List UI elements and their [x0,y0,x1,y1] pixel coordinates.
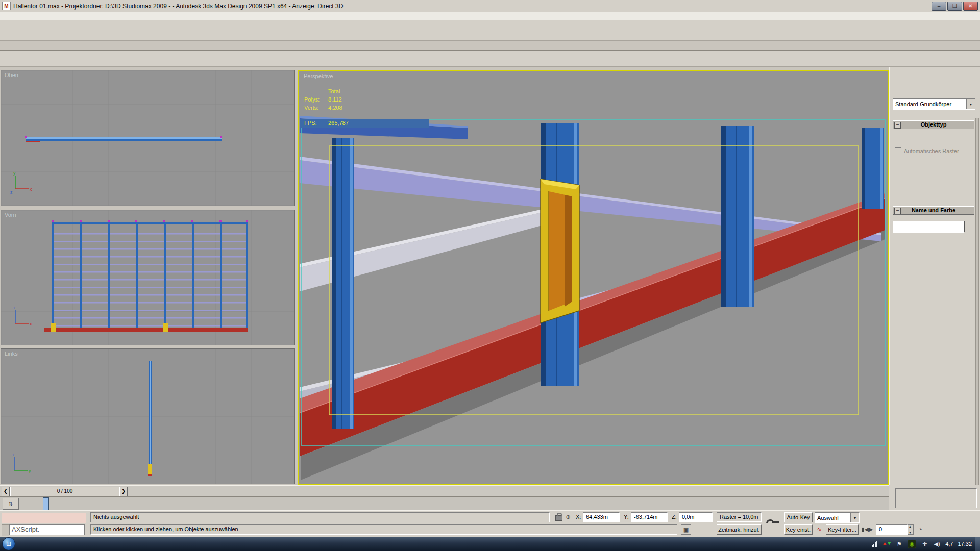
absolute-mode-icon[interactable]: ⊕ [564,512,573,521]
viewport-perspective-label: Perspektive [304,73,333,79]
start-button[interactable]: ⊞ [2,537,15,550]
usb-icon[interactable]: ✚ [921,540,928,548]
stats-fps-value: 265,787 [328,120,349,126]
minimize-button[interactable]: – [932,2,946,11]
set-key-button[interactable]: Key einst. [784,524,813,535]
stats-polys-label: Polys: [304,96,320,103]
window-title: Hallentor 01.max - Projektordner: D:\3D … [13,3,343,10]
collapse-icon[interactable]: – [894,122,901,129]
frame-spinner[interactable] [908,524,914,535]
viewport-left-label: Links [5,350,18,357]
panel-scrollbar[interactable] [975,118,979,507]
mini-curve-editor-icon[interactable]: ⇅ [3,498,19,510]
prompt-line: Klicken oder klicken und ziehen, um Obje… [90,524,677,535]
stats-polys-value: 8.112 [328,96,342,103]
steel-column[interactable] [332,138,354,429]
network-signal-icon[interactable] [870,540,878,547]
fps-highlight [300,119,429,128]
rollout-objekttyp[interactable]: – Objekttyp [893,120,974,129]
auto-key-button[interactable]: Auto-Key [784,512,813,522]
selection-set-dropdown[interactable]: Auswahl▼ [815,512,860,523]
maxscript-listener-line[interactable]: AXScript. [9,524,85,535]
steel-column[interactable] [862,128,884,209]
system-tray: ⯅⯆ ⚑ ◉ ✚ ◀) 4,7 17:32 [870,540,975,548]
maximize-button[interactable]: ❐ [947,2,962,11]
track-bar[interactable]: ⇅ [0,496,889,510]
dropdown-arrow-icon[interactable]: ▼ [850,513,859,522]
svg-text:z: z [10,190,13,195]
viewport-perspective[interactable]: Perspektive Total Polys: 8.112 Verts: 4.… [298,70,889,485]
x-label: X: [576,514,581,520]
wall-top-view[interactable] [26,137,222,139]
close-button[interactable]: ✕ [963,2,978,11]
svg-text:x: x [30,321,32,327]
title-bar[interactable]: M Hallentor 01.max - Projektordner: D:\3… [0,0,980,12]
svg-text:y: y [13,170,16,176]
selection-status: Nichts ausgewählt [90,512,550,522]
isolate-cube-icon[interactable]: ▣ [681,524,691,535]
collapse-icon[interactable]: – [894,208,901,214]
nvidia-icon[interactable]: ◉ [908,540,916,548]
hall-door[interactable] [541,179,579,323]
shelf-tab-bar [0,41,980,51]
z-coordinate-field[interactable]: 0,0m [679,512,713,522]
x-coordinate-field[interactable]: 64,433m [583,512,620,522]
main-toolbar [0,20,980,41]
file-toolbar [0,51,980,67]
rollout-name-und-farbe[interactable]: – Name und Farbe [893,206,974,215]
stats-fps-label: FPS: [304,120,316,126]
frame-back-button[interactable]: ❮ [2,487,10,496]
y-coordinate-field[interactable]: -63,714m [631,512,668,522]
viewport-top-canvas[interactable]: y x z [1,70,294,206]
viewport-left-canvas[interactable]: z y [1,349,294,484]
door-front-left[interactable] [51,323,56,332]
checkbox-icon[interactable] [895,147,901,154]
stats-verts-label: Verts: [304,105,318,111]
stats-verts-value: 4.208 [328,105,342,111]
object-color-swatch[interactable] [964,221,974,232]
viewport-top-label: Oben [5,72,18,78]
time-slider-handle[interactable]: 0 / 100 [10,487,119,496]
viewport-top[interactable]: Oben y x z [1,70,295,206]
listener-scroll[interactable] [2,524,9,536]
viewport-left[interactable]: Links z y [1,348,295,484]
volume-icon[interactable]: ◀) [933,540,941,548]
time-configuration-icon[interactable]: ◔ [916,524,925,534]
key-curve-icon[interactable]: ∿ [815,524,824,534]
viewport-front-canvas[interactable]: z x [1,210,294,345]
door-front-mid[interactable] [163,323,168,332]
current-frame-field[interactable]: 0 [876,524,908,535]
svg-text:z: z [12,452,15,457]
y-label: Y: [624,514,629,520]
autogrid-checkbox[interactable]: Automatisches Raster [895,147,959,154]
3ds-max-logo-icon: M [2,2,11,10]
prompt-panel-right [889,485,980,510]
maxscript-mini-listener[interactable] [2,513,86,523]
windows-taskbar: ⊞ ⯅⯆ ⚑ ◉ ✚ ◀) 4,7 17:32 [0,537,980,551]
frame-forward-button[interactable]: ❯ [119,487,128,496]
clock: 17:32 [958,541,972,547]
object-name-input[interactable] [893,221,964,233]
status-bar-row2: AXScript. Klicken oder klicken und ziehe… [0,523,980,537]
svg-text:y: y [29,468,31,473]
viewport-front[interactable]: Vorn [1,210,295,345]
object-class-dropdown[interactable]: Standard-Grundkörper▼ [893,98,975,110]
stats-total-label: Total [328,88,340,94]
viewport-perspective-canvas[interactable] [299,71,888,484]
command-panel: Standard-Grundkörper▼ – Objekttyp Automa… [889,67,980,510]
add-time-tag-button[interactable]: Zeitmark. hinzuf. [717,524,762,535]
viewport-front-label: Vorn [5,212,16,218]
menu-bar [0,12,980,20]
selection-lock-icon[interactable] [555,515,562,521]
status-bar-row1: Nichts ausgewählt ⊕ X: 64,433m Y: -63,71… [0,510,980,524]
key-filters-button[interactable]: Key-Filter... [826,524,859,535]
flag-icon[interactable]: ⚑ [895,540,903,548]
key-mode-toggle-icon[interactable]: ▮◀▶ [863,524,872,534]
trackbar-frame-marker[interactable] [43,497,49,511]
show-desktop-button[interactable] [975,537,980,551]
steel-column[interactable] [721,126,754,307]
dropdown-arrow-icon[interactable]: ▼ [966,99,975,109]
graph-arrows-icon[interactable]: ⯅⯆ [883,540,891,548]
wall-front-base [44,328,248,332]
time-slider-row: ❮ 0 / 100 ❯ [0,485,889,496]
